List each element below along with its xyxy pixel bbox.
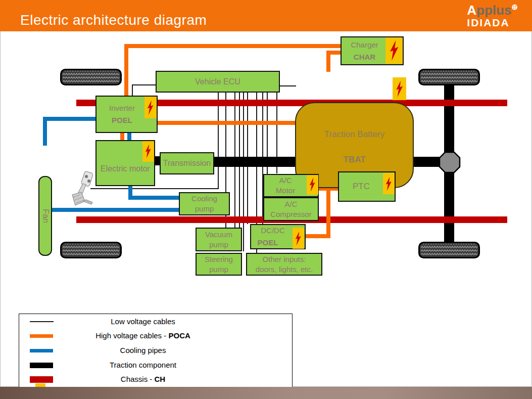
high-voltage-icon-battery xyxy=(393,77,406,100)
high-voltage-icon-inverter xyxy=(144,97,157,118)
chassis-swatch xyxy=(30,376,53,383)
hv-cable-inverter-battery xyxy=(157,121,296,125)
cooling-pump-box[interactable]: Cooling pump xyxy=(179,192,230,215)
vacuum-pump-box[interactable]: Vacuum pump xyxy=(196,228,242,251)
wheel-rear-left xyxy=(60,242,122,258)
fan-box[interactable]: Fan xyxy=(38,176,52,256)
high-voltage-icon-ptc xyxy=(383,173,395,194)
accelerator-pedal-image xyxy=(69,171,99,207)
logo-sub: IDIADA xyxy=(467,17,518,28)
high-voltage-icon-dcdc xyxy=(293,228,304,249)
ac-compressor-box[interactable]: A/C Compressor xyxy=(263,197,319,221)
legend: Low voltage cables High voltage cables -… xyxy=(19,314,293,399)
steering-pump-box[interactable]: Steering pump xyxy=(196,253,242,276)
cooling-pipe-motor-pump xyxy=(128,196,180,200)
header-bar: Electric architecture diagram Applus⊕ ID… xyxy=(0,0,532,31)
diagram-canvas: Vehicle ECU Charger CHAR Inverter POEL E… xyxy=(0,31,532,387)
hv-cable-charger-battery-v xyxy=(326,51,330,72)
slide: Electric architecture diagram Applus⊕ ID… xyxy=(0,0,532,399)
lv-cable-5 xyxy=(243,93,244,251)
lv-cable-1 xyxy=(218,93,219,189)
legend-row-traction: Traction component xyxy=(19,360,292,372)
traction-battery-label: Traction Battery xyxy=(324,129,384,140)
cooling-pipe-fan-pump xyxy=(50,208,180,212)
high-voltage-icon-electric-motor xyxy=(142,141,154,162)
page-title: Electric architecture diagram xyxy=(20,12,207,28)
legend-row-cooling: Cooling pipes xyxy=(19,345,292,357)
logo-brand: Applus⊕ xyxy=(467,3,518,17)
vehicle-ecu-label: Vehicle ECU xyxy=(195,77,240,87)
inverter-label: Inverter xyxy=(109,103,144,113)
fan-label: Fan xyxy=(41,209,50,223)
lv-cable-pedal xyxy=(90,188,219,189)
other-inputs-box[interactable]: Other inputs: doors, lights, etc. xyxy=(246,253,322,276)
wheel-rear-right xyxy=(418,242,480,258)
wheel-front-left xyxy=(60,69,122,85)
hv-cable-riser xyxy=(124,44,128,96)
cooling-pump-line1: Cooling xyxy=(191,194,217,204)
high-voltage-icon-ac-motor xyxy=(307,175,318,195)
cooling-swatch xyxy=(30,349,53,352)
hv-cable-dcdc xyxy=(303,234,329,238)
lv-cable-ecu-battery xyxy=(280,85,296,86)
high-voltage-icon-charger xyxy=(385,37,403,64)
hv-cable-top xyxy=(124,44,342,48)
legend-row-chassis: Chassis - CH xyxy=(19,374,292,386)
steering-pump-line1: Steering xyxy=(205,254,233,264)
lv-cable-ecu-inverter-h xyxy=(132,84,156,85)
inverter-code: POEL xyxy=(112,115,141,125)
cooling-pipe-inverter-h xyxy=(43,117,96,121)
wheel-front-right xyxy=(418,69,480,85)
vehicle-ecu-box[interactable]: Vehicle ECU xyxy=(156,71,280,93)
transmission-label: Transmission xyxy=(163,158,211,168)
transmission-box[interactable]: Transmission xyxy=(160,152,214,174)
differential-octagon xyxy=(439,151,461,173)
cooling-pipe-fan-v xyxy=(43,117,47,146)
applus-idiada-logo: Applus⊕ IDIADA xyxy=(467,3,518,28)
other-inputs-line1: Other inputs: xyxy=(263,254,306,264)
high-voltage-swatch xyxy=(30,334,53,338)
legend-row-high-voltage: High voltage cables - POCA xyxy=(19,330,292,342)
ac-compressor-line1: A/C xyxy=(284,199,297,209)
traction-battery-code: TBAT xyxy=(343,155,365,165)
low-voltage-swatch xyxy=(30,321,54,322)
plus-circle-icon: ⊕ xyxy=(511,3,518,11)
ac-motor-line1: A/C xyxy=(279,175,303,186)
legend-row-low-voltage: Low voltage cables xyxy=(19,316,292,328)
ac-motor-line2: Motor xyxy=(276,186,306,196)
dcdc-label: DC/DC xyxy=(261,226,295,236)
electric-motor-label: Electric motor xyxy=(101,164,150,174)
cooling-pump-line2: pump xyxy=(195,204,214,214)
vacuum-pump-line1: Vacuum xyxy=(205,230,232,240)
other-inputs-line2: doors, lights, etc. xyxy=(256,264,313,275)
footer-gradient-bar xyxy=(0,387,532,399)
ac-compressor-line2: Compressor xyxy=(270,209,312,219)
vacuum-pump-line2: pump xyxy=(209,240,228,250)
steering-pump-line2: pump xyxy=(209,264,228,275)
ptc-label: PTC xyxy=(353,182,381,192)
traction-swatch xyxy=(30,363,53,368)
lv-cable-ecu-inverter-v xyxy=(132,84,133,97)
